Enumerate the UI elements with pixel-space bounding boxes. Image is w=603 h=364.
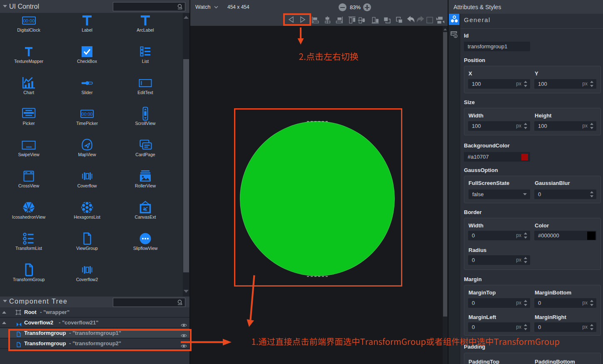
svg-text:00:00: 00:00 — [82, 112, 92, 117]
svg-text:00:00: 00:00 — [23, 18, 35, 23]
